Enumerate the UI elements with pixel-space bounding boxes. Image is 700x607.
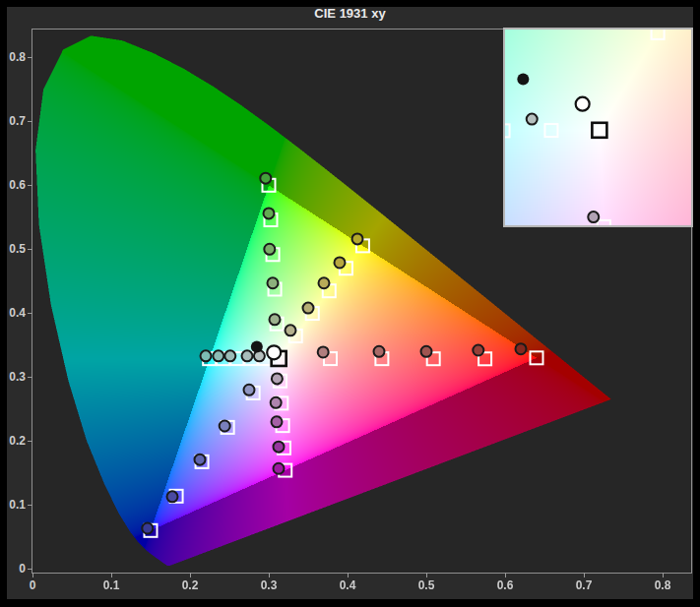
target-marker <box>544 124 557 137</box>
x-axis-tick-label: 0.6 <box>497 578 514 592</box>
measurement-marker <box>201 350 212 361</box>
y-axis-tick <box>28 249 32 250</box>
y-axis-tick-label: 0.5 <box>0 242 26 256</box>
y-axis-tick-label: 0.3 <box>0 370 26 384</box>
measurement-marker <box>473 345 483 356</box>
measurement-marker <box>516 343 527 354</box>
y-axis-tick <box>28 313 32 314</box>
measurement-marker <box>352 233 363 244</box>
measurement-marker <box>303 303 314 314</box>
measurement-marker <box>274 463 285 474</box>
measurement-marker <box>242 350 253 361</box>
y-axis-tick <box>28 185 32 186</box>
whitepoint-inset <box>503 28 693 227</box>
whitepoint-target-marker <box>592 123 606 138</box>
x-axis-tick <box>269 573 270 577</box>
pre-cal-measurement-marker <box>251 340 263 352</box>
measurement-marker <box>527 114 538 125</box>
y-axis-tick-label: 0.7 <box>0 114 26 128</box>
measurement-marker <box>272 416 283 427</box>
y-axis-tick <box>28 505 32 506</box>
measurement-marker <box>213 350 223 361</box>
y-axis-tick-label: 0.6 <box>0 178 26 192</box>
measurement-marker <box>244 385 255 395</box>
measurement-marker <box>588 212 599 222</box>
measurement-marker <box>260 173 271 184</box>
y-axis-tick-label: 0.1 <box>0 498 26 512</box>
x-axis-tick-label: 0.4 <box>340 578 356 592</box>
measurement-marker <box>264 244 275 255</box>
pre-cal-measurement-marker <box>517 73 529 85</box>
target-marker <box>505 124 510 137</box>
measurement-marker <box>421 346 432 357</box>
y-axis-tick-label: 0.2 <box>0 434 26 448</box>
measurement-marker <box>319 277 330 288</box>
x-axis-tick-label: 0.2 <box>182 578 199 592</box>
target-marker <box>652 30 665 39</box>
y-axis-tick <box>28 377 32 378</box>
x-axis-tick-label: 0.3 <box>261 578 278 592</box>
x-axis-tick-label: 0 <box>30 578 36 592</box>
measurement-marker <box>224 350 235 361</box>
measurement-marker <box>272 373 283 384</box>
whitepoint-measurement-marker <box>267 345 281 359</box>
measurement-marker <box>268 277 279 288</box>
x-axis-tick <box>663 573 664 577</box>
x-axis-tick <box>190 573 191 577</box>
measurement-marker <box>142 523 153 534</box>
x-axis-tick <box>584 573 585 577</box>
x-axis-tick-label: 0.8 <box>655 578 671 592</box>
measurement-marker <box>335 257 346 268</box>
y-axis-tick-label: 0.8 <box>0 50 26 64</box>
measurement-marker <box>318 346 329 357</box>
measurement-marker <box>220 421 230 432</box>
x-axis-tick <box>348 573 349 577</box>
y-axis-tick-label: 0.4 <box>0 306 26 320</box>
target-marker <box>598 220 610 225</box>
measurement-marker <box>271 397 282 408</box>
x-axis-tick <box>111 573 112 577</box>
x-axis-tick <box>426 573 427 577</box>
screenshot-frame: CIE 1931 xy 00.10.20.30.40.50.60.70.800.… <box>0 0 700 607</box>
y-axis-tick-label: 0 <box>0 562 26 576</box>
x-axis-tick <box>32 573 33 577</box>
x-axis-tick-label: 0.5 <box>418 578 435 592</box>
inset-marker-layer <box>505 30 691 225</box>
y-axis-tick <box>28 441 32 442</box>
x-axis-tick <box>505 573 506 577</box>
measurement-marker <box>167 491 178 502</box>
measurement-marker <box>270 314 281 325</box>
chart-title: CIE 1931 xy <box>0 6 700 21</box>
measurement-marker <box>374 346 385 357</box>
measurement-marker <box>286 325 296 335</box>
y-axis-tick <box>28 569 32 570</box>
target-marker <box>531 351 543 364</box>
x-axis-tick-label: 0.7 <box>576 578 593 592</box>
measurement-marker <box>264 208 275 218</box>
whitepoint-measurement-marker <box>576 97 590 111</box>
measurement-marker <box>195 455 206 465</box>
x-axis-tick-label: 0.1 <box>103 578 120 592</box>
measurement-marker <box>274 442 285 453</box>
y-axis-tick <box>28 57 32 58</box>
y-axis-tick <box>28 121 32 122</box>
